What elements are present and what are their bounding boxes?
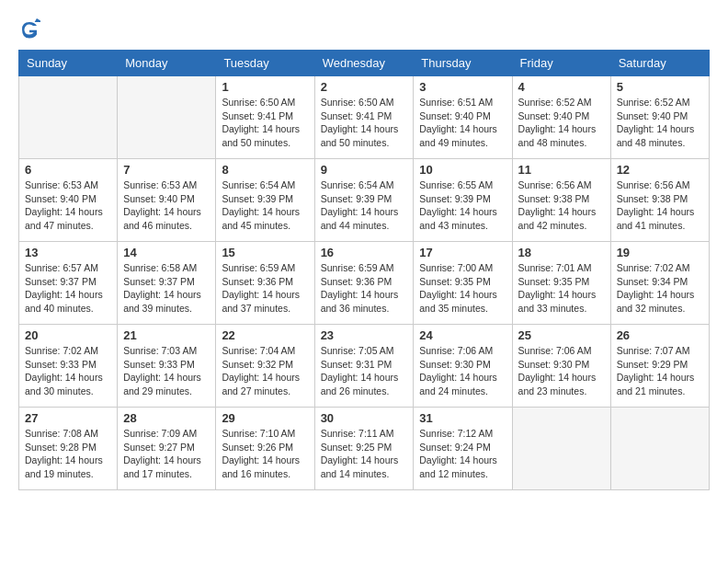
day-number: 15	[222, 246, 308, 259]
day-number: 31	[419, 411, 506, 425]
calendar-cell: 16Sunrise: 6:59 AMSunset: 9:36 PMDayligh…	[314, 242, 414, 325]
calendar-cell: 22Sunrise: 7:04 AMSunset: 9:32 PMDayligh…	[216, 325, 314, 408]
calendar-cell: 8Sunrise: 6:54 AMSunset: 9:39 PMDaylight…	[216, 159, 314, 242]
day-number: 22	[222, 328, 308, 342]
calendar: SundayMondayTuesdayWednesdayThursdayFrid…	[18, 50, 710, 490]
calendar-cell: 4Sunrise: 6:52 AMSunset: 9:40 PMDaylight…	[512, 76, 610, 159]
calendar-cell: 10Sunrise: 6:55 AMSunset: 9:39 PMDayligh…	[414, 159, 512, 242]
day-number: 25	[518, 328, 605, 342]
cell-info: Sunrise: 6:54 AMSunset: 9:39 PMDaylight:…	[222, 178, 308, 233]
calendar-day-header: Saturday	[610, 51, 709, 76]
day-number: 5	[617, 80, 703, 94]
day-number: 1	[222, 80, 308, 94]
calendar-cell: 9Sunrise: 6:54 AMSunset: 9:39 PMDaylight…	[314, 159, 414, 242]
calendar-cell	[512, 408, 610, 490]
cell-info: Sunrise: 7:11 AMSunset: 9:25 PMDaylight:…	[321, 427, 408, 481]
day-number: 11	[518, 163, 605, 177]
day-number: 3	[419, 80, 506, 94]
calendar-cell: 5Sunrise: 6:52 AMSunset: 9:40 PMDaylight…	[610, 76, 709, 159]
day-number: 29	[222, 411, 308, 425]
cell-info: Sunrise: 7:03 AMSunset: 9:33 PMDaylight:…	[123, 344, 210, 398]
cell-info: Sunrise: 6:54 AMSunset: 9:39 PMDaylight:…	[321, 178, 408, 233]
calendar-cell: 13Sunrise: 6:57 AMSunset: 9:37 PMDayligh…	[19, 242, 118, 325]
calendar-cell: 6Sunrise: 6:53 AMSunset: 9:40 PMDaylight…	[19, 159, 118, 242]
cell-info: Sunrise: 7:10 AMSunset: 9:26 PMDaylight:…	[222, 427, 308, 481]
cell-info: Sunrise: 6:59 AMSunset: 9:36 PMDaylight:…	[222, 261, 308, 316]
calendar-cell: 15Sunrise: 6:59 AMSunset: 9:36 PMDayligh…	[216, 242, 314, 325]
calendar-cell: 1Sunrise: 6:50 AMSunset: 9:41 PMDaylight…	[216, 76, 314, 159]
logo-icon	[18, 18, 40, 40]
cell-info: Sunrise: 6:55 AMSunset: 9:39 PMDaylight:…	[419, 178, 506, 233]
cell-info: Sunrise: 7:02 AMSunset: 9:34 PMDaylight:…	[617, 261, 703, 316]
calendar-cell: 27Sunrise: 7:08 AMSunset: 9:28 PMDayligh…	[19, 408, 118, 490]
day-number: 20	[25, 328, 111, 342]
calendar-week-row: 20Sunrise: 7:02 AMSunset: 9:33 PMDayligh…	[19, 325, 710, 408]
day-number: 18	[518, 246, 605, 259]
day-number: 16	[321, 246, 408, 259]
cell-info: Sunrise: 6:57 AMSunset: 9:37 PMDaylight:…	[25, 261, 111, 316]
calendar-cell: 26Sunrise: 7:07 AMSunset: 9:29 PMDayligh…	[610, 325, 709, 408]
cell-info: Sunrise: 7:08 AMSunset: 9:28 PMDaylight:…	[25, 427, 111, 481]
day-number: 24	[419, 328, 506, 342]
cell-info: Sunrise: 7:06 AMSunset: 9:30 PMDaylight:…	[518, 344, 605, 398]
calendar-cell: 25Sunrise: 7:06 AMSunset: 9:30 PMDayligh…	[512, 325, 610, 408]
cell-info: Sunrise: 7:02 AMSunset: 9:33 PMDaylight:…	[25, 344, 111, 398]
cell-info: Sunrise: 6:59 AMSunset: 9:36 PMDaylight:…	[321, 261, 408, 316]
cell-info: Sunrise: 6:51 AMSunset: 9:40 PMDaylight:…	[419, 96, 506, 150]
cell-info: Sunrise: 6:53 AMSunset: 9:40 PMDaylight:…	[123, 178, 210, 233]
cell-info: Sunrise: 7:06 AMSunset: 9:30 PMDaylight:…	[419, 344, 506, 398]
cell-info: Sunrise: 6:52 AMSunset: 9:40 PMDaylight:…	[617, 96, 703, 150]
calendar-header-row: SundayMondayTuesdayWednesdayThursdayFrid…	[19, 51, 710, 76]
calendar-week-row: 27Sunrise: 7:08 AMSunset: 9:28 PMDayligh…	[19, 408, 710, 490]
cell-info: Sunrise: 6:56 AMSunset: 9:38 PMDaylight:…	[518, 178, 605, 233]
calendar-day-header: Tuesday	[216, 51, 314, 76]
day-number: 21	[123, 328, 210, 342]
calendar-week-row: 6Sunrise: 6:53 AMSunset: 9:40 PMDaylight…	[19, 159, 710, 242]
cell-info: Sunrise: 6:56 AMSunset: 9:38 PMDaylight:…	[617, 178, 703, 233]
day-number: 7	[123, 163, 210, 177]
cell-info: Sunrise: 7:12 AMSunset: 9:24 PMDaylight:…	[419, 427, 506, 481]
calendar-cell: 19Sunrise: 7:02 AMSunset: 9:34 PMDayligh…	[610, 242, 709, 325]
cell-info: Sunrise: 7:01 AMSunset: 9:35 PMDaylight:…	[518, 261, 605, 316]
day-number: 23	[321, 328, 408, 342]
cell-info: Sunrise: 6:58 AMSunset: 9:37 PMDaylight:…	[123, 261, 210, 316]
calendar-day-header: Wednesday	[314, 51, 414, 76]
day-number: 9	[321, 163, 408, 177]
cell-info: Sunrise: 6:50 AMSunset: 9:41 PMDaylight:…	[321, 96, 408, 150]
cell-info: Sunrise: 7:04 AMSunset: 9:32 PMDaylight:…	[222, 344, 308, 398]
day-number: 17	[419, 246, 506, 259]
day-number: 27	[25, 411, 111, 425]
calendar-day-header: Thursday	[414, 51, 512, 76]
cell-info: Sunrise: 7:00 AMSunset: 9:35 PMDaylight:…	[419, 261, 506, 316]
calendar-cell: 11Sunrise: 6:56 AMSunset: 9:38 PMDayligh…	[512, 159, 610, 242]
cell-info: Sunrise: 6:50 AMSunset: 9:41 PMDaylight:…	[222, 96, 308, 150]
calendar-cell: 12Sunrise: 6:56 AMSunset: 9:38 PMDayligh…	[610, 159, 709, 242]
page-header	[18, 18, 710, 40]
calendar-cell: 17Sunrise: 7:00 AMSunset: 9:35 PMDayligh…	[414, 242, 512, 325]
day-number: 4	[518, 80, 605, 94]
logo	[18, 18, 44, 40]
calendar-cell: 21Sunrise: 7:03 AMSunset: 9:33 PMDayligh…	[118, 325, 216, 408]
day-number: 13	[25, 246, 111, 259]
day-number: 8	[222, 163, 308, 177]
calendar-cell: 2Sunrise: 6:50 AMSunset: 9:41 PMDaylight…	[314, 76, 414, 159]
day-number: 30	[321, 411, 408, 425]
calendar-week-row: 13Sunrise: 6:57 AMSunset: 9:37 PMDayligh…	[19, 242, 710, 325]
calendar-cell	[118, 76, 216, 159]
calendar-cell: 29Sunrise: 7:10 AMSunset: 9:26 PMDayligh…	[216, 408, 314, 490]
cell-info: Sunrise: 6:53 AMSunset: 9:40 PMDaylight:…	[25, 178, 111, 233]
cell-info: Sunrise: 7:09 AMSunset: 9:27 PMDaylight:…	[123, 427, 210, 481]
day-number: 28	[123, 411, 210, 425]
day-number: 6	[25, 163, 111, 177]
cell-info: Sunrise: 7:05 AMSunset: 9:31 PMDaylight:…	[321, 344, 408, 398]
day-number: 14	[123, 246, 210, 259]
calendar-cell	[19, 76, 118, 159]
calendar-cell: 7Sunrise: 6:53 AMSunset: 9:40 PMDaylight…	[118, 159, 216, 242]
day-number: 26	[617, 328, 703, 342]
calendar-week-row: 1Sunrise: 6:50 AMSunset: 9:41 PMDaylight…	[19, 76, 710, 159]
calendar-cell: 30Sunrise: 7:11 AMSunset: 9:25 PMDayligh…	[314, 408, 414, 490]
calendar-cell: 14Sunrise: 6:58 AMSunset: 9:37 PMDayligh…	[118, 242, 216, 325]
calendar-day-header: Monday	[118, 51, 216, 76]
calendar-cell: 20Sunrise: 7:02 AMSunset: 9:33 PMDayligh…	[19, 325, 118, 408]
day-number: 12	[617, 163, 703, 177]
